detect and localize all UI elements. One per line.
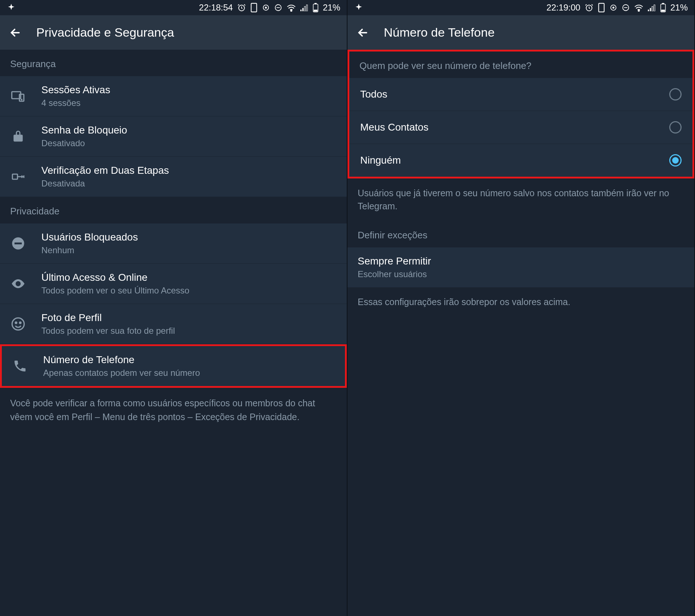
item-profile-photo[interactable]: Foto de Perfil Todos podem ver sua foto … [0, 304, 347, 344]
eye-icon [10, 276, 26, 292]
status-time: 22:19:00 [547, 3, 580, 13]
radio-label: Todos [360, 89, 387, 100]
dnd-icon [622, 4, 630, 12]
item-title: Verificação em Duas Etapas [41, 165, 337, 176]
item-title: Último Acesso & Online [41, 272, 337, 283]
info-text-saved-contacts: Usuários que já tiverem o seu número sal… [348, 178, 694, 221]
section-header-exceptions: Definir exceções [348, 221, 694, 247]
svg-rect-35 [662, 10, 665, 11]
dnd-icon [274, 4, 282, 12]
item-active-sessions[interactable]: Sessões Ativas 4 sessões [0, 76, 347, 116]
signal-icon [648, 4, 656, 11]
highlight-who-can-see: Quem pode ver seu número de telefone? To… [348, 50, 694, 178]
radio-label: Meus Contatos [360, 122, 428, 133]
svg-point-3 [265, 7, 267, 8]
section-header-privacy: Privacidade [0, 197, 347, 223]
svg-point-15 [21, 99, 22, 100]
item-last-seen[interactable]: Último Acesso & Online Todos podem ver o… [0, 264, 347, 304]
battery-icon [313, 3, 318, 12]
rocket-icon [7, 3, 16, 12]
location-icon [609, 4, 617, 12]
section-header-question: Quem pode ver seu número de telefone? [349, 52, 692, 78]
radio-option-nobody[interactable]: Ninguém [349, 144, 692, 177]
item-two-step[interactable]: Verificação em Duas Etapas Desativada [0, 157, 347, 197]
alarm-icon [237, 3, 246, 12]
smiley-icon [10, 316, 26, 332]
svg-rect-6 [300, 10, 301, 11]
signal-icon [300, 4, 308, 11]
item-sub: Todos podem ver o seu Último Acesso [41, 286, 337, 296]
svg-rect-32 [654, 5, 655, 11]
item-always-allow[interactable]: Sempre Permitir Escolher usuários [348, 247, 694, 287]
item-title: Sempre Permitir [358, 255, 684, 267]
item-title: Sessões Ativas [41, 84, 337, 96]
svg-rect-9 [306, 5, 307, 11]
svg-rect-8 [304, 7, 305, 11]
svg-point-19 [17, 283, 20, 285]
svg-rect-11 [315, 3, 316, 4]
svg-rect-12 [314, 10, 317, 11]
item-title: Foto de Perfil [41, 312, 337, 324]
phone-right-phone-number: 22:19:00 21% Número de Telefone Quem pod… [348, 0, 695, 616]
svg-point-26 [613, 7, 614, 8]
svg-rect-7 [302, 8, 303, 11]
battery-icon [660, 3, 666, 12]
radio-label: Ninguém [360, 155, 401, 166]
wifi-icon [634, 4, 643, 12]
page-title: Privacidade e Segurança [36, 25, 174, 40]
status-bar: 22:19:00 21% [348, 0, 694, 15]
wifi-icon [287, 4, 296, 12]
svg-point-21 [15, 322, 17, 324]
phone-icon [12, 358, 28, 374]
rocket-icon [354, 3, 363, 12]
item-phone-number[interactable]: Número de Telefone Apenas contatos podem… [2, 346, 345, 386]
phone-outline-icon [250, 3, 258, 12]
phone-left-privacy-security: 22:18:54 21% Privacidade e Segurança Seg… [0, 0, 348, 616]
item-sub: Escolher usuários [358, 269, 684, 279]
svg-rect-31 [652, 7, 653, 11]
item-sub: 4 sessões [41, 98, 337, 108]
radio-checked-icon [669, 154, 682, 167]
privacy-footer-text: Você pode verificar a forma como usuário… [0, 388, 347, 432]
item-sub: Nenhum [41, 245, 337, 255]
item-sub: Todos podem ver sua foto de perfil [41, 326, 337, 336]
highlight-phone-number: Número de Telefone Apenas contatos podem… [0, 344, 347, 388]
svg-point-5 [291, 10, 292, 11]
svg-rect-29 [648, 10, 649, 11]
radio-option-contacts[interactable]: Meus Contatos [349, 111, 692, 144]
item-sub: Desativado [41, 138, 337, 148]
item-title: Senha de Bloqueio [41, 124, 337, 136]
devices-icon [10, 88, 26, 104]
lock-icon [10, 128, 26, 144]
item-passcode-lock[interactable]: Senha de Bloqueio Desativado [0, 116, 347, 157]
radio-unchecked-icon [669, 88, 682, 100]
phone-outline-icon [598, 3, 605, 12]
status-time: 22:18:54 [199, 3, 233, 13]
item-sub: Apenas contatos podem ver seu número [43, 368, 335, 378]
back-arrow-icon[interactable] [356, 26, 369, 39]
status-bar: 22:18:54 21% [0, 0, 347, 15]
svg-rect-24 [599, 3, 604, 12]
status-battery: 21% [323, 3, 340, 13]
svg-rect-16 [12, 174, 17, 179]
app-bar: Privacidade e Segurança [0, 15, 347, 50]
back-arrow-icon[interactable] [9, 26, 22, 39]
alarm-icon [585, 3, 593, 12]
item-blocked-users[interactable]: Usuários Bloqueados Nenhum [0, 223, 347, 264]
location-icon [262, 4, 270, 12]
item-sub: Desativada [41, 178, 337, 189]
svg-point-20 [12, 318, 24, 330]
item-title: Número de Telefone [43, 354, 335, 366]
radio-option-everyone[interactable]: Todos [349, 78, 692, 111]
radio-unchecked-icon [669, 121, 682, 134]
page-title: Número de Telefone [384, 25, 495, 40]
svg-rect-34 [662, 3, 664, 4]
status-battery: 21% [670, 3, 688, 13]
info-text-override: Essas configurações irão sobrepor os val… [348, 287, 694, 316]
svg-point-28 [638, 10, 639, 11]
key-icon [10, 169, 26, 185]
svg-rect-1 [251, 3, 256, 12]
svg-point-22 [20, 322, 21, 324]
item-title: Usuários Bloqueados [41, 231, 337, 243]
app-bar: Número de Telefone [348, 15, 694, 50]
